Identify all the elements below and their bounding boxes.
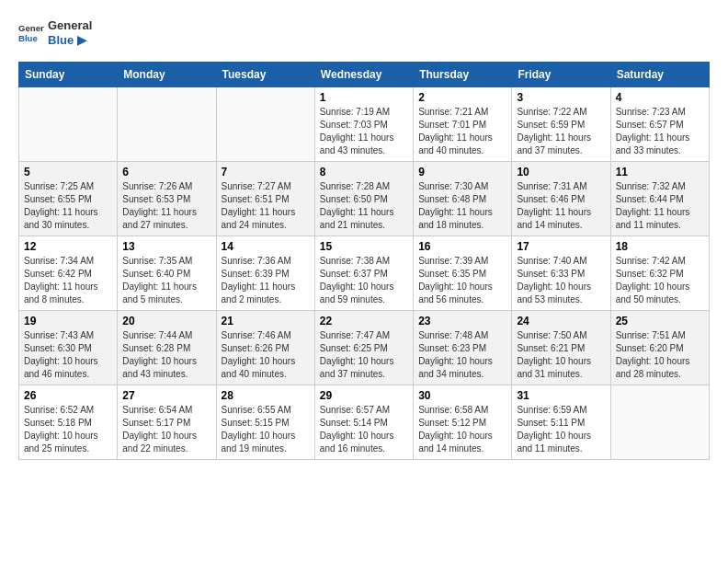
date-number: 23	[418, 315, 506, 327]
cell-content: Sunrise: 7:34 AM Sunset: 6:42 PM Dayligh…	[24, 255, 112, 306]
date-number: 8	[320, 166, 408, 178]
date-number: 28	[222, 389, 310, 402]
cell-content: Sunrise: 7:46 AM Sunset: 6:26 PM Dayligh…	[222, 329, 310, 381]
calendar-cell: 18Sunrise: 7:42 AM Sunset: 6:32 PM Dayli…	[610, 236, 709, 311]
date-number: 6	[122, 166, 210, 178]
cell-content: Sunrise: 7:44 AM Sunset: 6:28 PM Dayligh…	[122, 329, 210, 381]
calendar-cell: 3Sunrise: 7:22 AM Sunset: 6:59 PM Daylig…	[512, 87, 610, 162]
cell-content: Sunrise: 7:42 AM Sunset: 6:32 PM Dayligh…	[616, 255, 704, 306]
cell-content: Sunrise: 7:28 AM Sunset: 6:50 PM Dayligh…	[320, 180, 408, 232]
cell-content: Sunrise: 7:30 AM Sunset: 6:48 PM Dayligh…	[418, 180, 506, 232]
svg-text:General: General	[18, 23, 44, 33]
calendar-cell: 16Sunrise: 7:39 AM Sunset: 6:35 PM Dayli…	[414, 236, 512, 311]
calendar-cell: 7Sunrise: 7:27 AM Sunset: 6:51 PM Daylig…	[216, 162, 314, 236]
cell-content: Sunrise: 7:48 AM Sunset: 6:23 PM Dayligh…	[418, 329, 506, 381]
calendar-cell: 30Sunrise: 6:58 AM Sunset: 5:12 PM Dayli…	[414, 385, 512, 460]
calendar-cell: 14Sunrise: 7:36 AM Sunset: 6:39 PM Dayli…	[216, 236, 314, 311]
calendar-cell: 25Sunrise: 7:51 AM Sunset: 6:20 PM Dayli…	[610, 311, 709, 385]
date-number: 14	[222, 240, 310, 253]
date-number: 15	[320, 240, 408, 253]
week-row-2: 5Sunrise: 7:25 AM Sunset: 6:55 PM Daylig…	[19, 162, 710, 236]
calendar-cell: 1Sunrise: 7:19 AM Sunset: 7:03 PM Daylig…	[314, 87, 413, 162]
cell-content: Sunrise: 7:47 AM Sunset: 6:25 PM Dayligh…	[320, 329, 408, 381]
date-number: 16	[418, 240, 506, 253]
calendar-cell: 21Sunrise: 7:46 AM Sunset: 6:26 PM Dayli…	[216, 311, 314, 385]
cell-content: Sunrise: 7:31 AM Sunset: 6:46 PM Dayligh…	[517, 180, 605, 232]
date-number: 24	[517, 315, 605, 327]
calendar-cell: 5Sunrise: 7:25 AM Sunset: 6:55 PM Daylig…	[19, 162, 118, 236]
date-number: 18	[616, 240, 704, 253]
header-row: SundayMondayTuesdayWednesdayThursdayFrid…	[19, 63, 710, 87]
logo-icon: General Blue	[18, 20, 44, 46]
calendar-cell: 6Sunrise: 7:26 AM Sunset: 6:53 PM Daylig…	[118, 162, 216, 236]
cell-content: Sunrise: 7:35 AM Sunset: 6:40 PM Dayligh…	[122, 255, 210, 306]
logo-general: General	[48, 18, 92, 33]
calendar-cell: 28Sunrise: 6:55 AM Sunset: 5:15 PM Dayli…	[216, 385, 314, 460]
date-number: 10	[517, 166, 605, 178]
calendar-cell: 8Sunrise: 7:28 AM Sunset: 6:50 PM Daylig…	[314, 162, 413, 236]
calendar-cell: 2Sunrise: 7:21 AM Sunset: 7:01 PM Daylig…	[414, 87, 512, 162]
calendar-cell: 11Sunrise: 7:32 AM Sunset: 6:44 PM Dayli…	[610, 162, 709, 236]
cell-content: Sunrise: 7:25 AM Sunset: 6:55 PM Dayligh…	[24, 180, 112, 232]
cell-content: Sunrise: 7:27 AM Sunset: 6:51 PM Dayligh…	[222, 180, 310, 232]
calendar-cell: 19Sunrise: 7:43 AM Sunset: 6:30 PM Dayli…	[19, 311, 118, 385]
cell-content: Sunrise: 7:23 AM Sunset: 6:57 PM Dayligh…	[616, 106, 704, 157]
logo: General Blue General Blue ▶	[18, 18, 92, 47]
cell-content: Sunrise: 6:55 AM Sunset: 5:15 PM Dayligh…	[222, 404, 310, 455]
date-number: 27	[122, 389, 210, 402]
cell-content: Sunrise: 7:43 AM Sunset: 6:30 PM Dayligh…	[24, 329, 112, 381]
date-number: 21	[222, 315, 310, 327]
cell-content: Sunrise: 7:32 AM Sunset: 6:44 PM Dayligh…	[616, 180, 704, 232]
calendar-cell: 27Sunrise: 6:54 AM Sunset: 5:17 PM Dayli…	[118, 385, 216, 460]
cell-content: Sunrise: 7:38 AM Sunset: 6:37 PM Dayligh…	[320, 255, 408, 306]
calendar-cell: 24Sunrise: 7:50 AM Sunset: 6:21 PM Dayli…	[512, 311, 610, 385]
cell-content: Sunrise: 7:39 AM Sunset: 6:35 PM Dayligh…	[418, 255, 506, 306]
day-header-friday: Friday	[512, 63, 610, 87]
date-number: 5	[24, 166, 112, 178]
date-number: 20	[122, 315, 210, 327]
date-number: 30	[418, 389, 506, 402]
date-number: 22	[320, 315, 408, 327]
date-number: 4	[616, 91, 704, 104]
logo-blue: Blue ▶	[48, 33, 92, 48]
calendar-cell: 12Sunrise: 7:34 AM Sunset: 6:42 PM Dayli…	[19, 236, 118, 311]
cell-content: Sunrise: 7:21 AM Sunset: 7:01 PM Dayligh…	[418, 106, 506, 157]
cell-content: Sunrise: 7:19 AM Sunset: 7:03 PM Dayligh…	[320, 106, 408, 157]
calendar-cell: 10Sunrise: 7:31 AM Sunset: 6:46 PM Dayli…	[512, 162, 610, 236]
date-number: 11	[616, 166, 704, 178]
week-row-5: 26Sunrise: 6:52 AM Sunset: 5:18 PM Dayli…	[19, 385, 710, 460]
day-header-wednesday: Wednesday	[314, 63, 413, 87]
cell-content: Sunrise: 6:58 AM Sunset: 5:12 PM Dayligh…	[418, 404, 506, 455]
calendar-cell: 9Sunrise: 7:30 AM Sunset: 6:48 PM Daylig…	[414, 162, 512, 236]
date-number: 9	[418, 166, 506, 178]
week-row-4: 19Sunrise: 7:43 AM Sunset: 6:30 PM Dayli…	[19, 311, 710, 385]
calendar-cell	[610, 385, 709, 460]
cell-content: Sunrise: 7:40 AM Sunset: 6:33 PM Dayligh…	[517, 255, 605, 306]
day-header-saturday: Saturday	[610, 63, 709, 87]
calendar-cell: 29Sunrise: 6:57 AM Sunset: 5:14 PM Dayli…	[314, 385, 413, 460]
date-number: 26	[24, 389, 112, 402]
day-header-monday: Monday	[118, 63, 216, 87]
date-number: 17	[517, 240, 605, 253]
calendar-cell	[19, 87, 118, 162]
date-number: 13	[122, 240, 210, 253]
day-header-sunday: Sunday	[19, 63, 118, 87]
date-number: 12	[24, 240, 112, 253]
calendar-cell: 22Sunrise: 7:47 AM Sunset: 6:25 PM Dayli…	[314, 311, 413, 385]
page-header: General Blue General Blue ▶	[18, 18, 710, 47]
calendar-cell	[216, 87, 314, 162]
calendar-table: SundayMondayTuesdayWednesdayThursdayFrid…	[18, 62, 710, 460]
week-row-1: 1Sunrise: 7:19 AM Sunset: 7:03 PM Daylig…	[19, 87, 710, 162]
date-number: 19	[24, 315, 112, 327]
calendar-cell: 17Sunrise: 7:40 AM Sunset: 6:33 PM Dayli…	[512, 236, 610, 311]
cell-content: Sunrise: 7:51 AM Sunset: 6:20 PM Dayligh…	[616, 329, 704, 381]
cell-content: Sunrise: 6:54 AM Sunset: 5:17 PM Dayligh…	[122, 404, 210, 455]
calendar-cell: 13Sunrise: 7:35 AM Sunset: 6:40 PM Dayli…	[118, 236, 216, 311]
calendar-cell: 26Sunrise: 6:52 AM Sunset: 5:18 PM Dayli…	[19, 385, 118, 460]
svg-text:Blue: Blue	[18, 32, 38, 42]
calendar-cell: 31Sunrise: 6:59 AM Sunset: 5:11 PM Dayli…	[512, 385, 610, 460]
cell-content: Sunrise: 7:22 AM Sunset: 6:59 PM Dayligh…	[517, 106, 605, 157]
day-header-thursday: Thursday	[414, 63, 512, 87]
day-header-tuesday: Tuesday	[216, 63, 314, 87]
week-row-3: 12Sunrise: 7:34 AM Sunset: 6:42 PM Dayli…	[19, 236, 710, 311]
